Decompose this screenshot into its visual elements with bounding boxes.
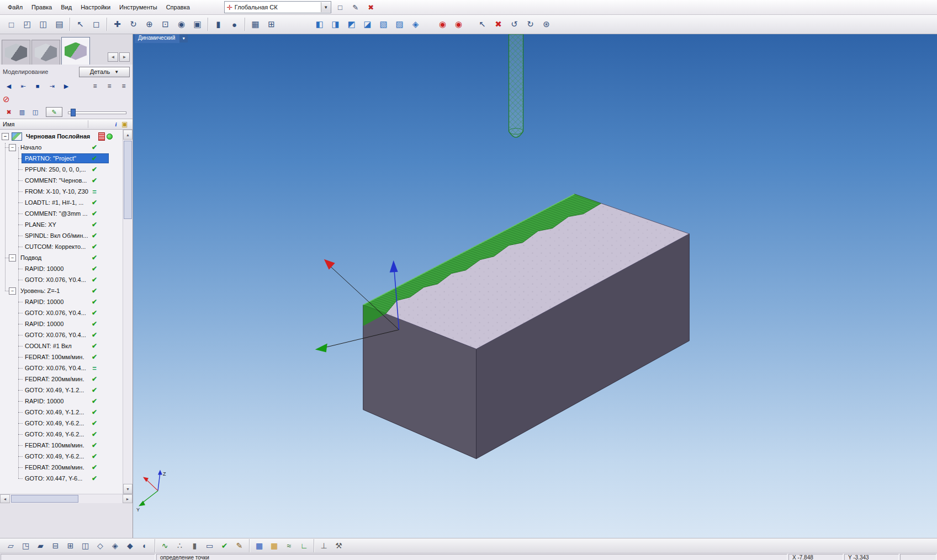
trace-list-3-button[interactable]: ≡ xyxy=(117,80,130,92)
thumbnail-tab-1[interactable] xyxy=(2,40,30,65)
thumbnail-tab-3[interactable] xyxy=(61,37,90,65)
scroll-right-icon[interactable]: ► xyxy=(123,494,133,503)
tree-row[interactable]: −Начало✔ xyxy=(0,142,123,153)
cursor-erase-button[interactable]: ↖ xyxy=(474,17,490,33)
view-cube-half-button[interactable]: ◈ xyxy=(108,539,123,553)
edit-operation-button[interactable]: ✎ xyxy=(232,539,247,553)
zoom-view-button[interactable]: ⊕ xyxy=(141,17,157,33)
viewport-3d[interactable]: Динамический ▼ xyxy=(133,34,937,538)
stock-model-tool-button[interactable]: ▭ xyxy=(202,539,217,553)
view-cube-wire-button[interactable]: ◇ xyxy=(93,539,108,553)
menu-Справка[interactable]: Справка xyxy=(162,2,194,13)
scrollbar-track[interactable] xyxy=(123,140,133,484)
tabs-scroll-left[interactable]: ◄ xyxy=(108,52,118,62)
menu-Правка[interactable]: Правка xyxy=(27,2,56,13)
tree-row[interactable]: PARTNO: "Project"✔ xyxy=(0,153,123,164)
tree-expander-icon[interactable]: − xyxy=(9,254,16,262)
zoom-window-button[interactable]: ⊡ xyxy=(157,17,173,33)
tree-row[interactable]: GOTO: X0.076, Y0.4...✔ xyxy=(0,329,123,340)
new-file-button[interactable]: □ xyxy=(3,17,19,33)
scroll-up-icon[interactable]: ▲ xyxy=(123,130,133,140)
camera-view-button[interactable]: ◉ xyxy=(173,17,189,33)
pan-view-button[interactable]: ✚ xyxy=(109,17,125,33)
scroll-left-icon[interactable]: ◄ xyxy=(0,494,10,503)
snapshot-button[interactable]: ▣ xyxy=(189,17,205,33)
spheres-tool-button[interactable]: ∴ xyxy=(172,539,187,553)
view-filter-6-button[interactable]: ▨ xyxy=(391,17,407,33)
tree-row[interactable]: GOTO: X0.49, Y-6.2...✔ xyxy=(0,418,123,429)
select-arrow-button[interactable]: ↖ xyxy=(72,17,88,33)
local-cs-button[interactable]: ∟ xyxy=(297,539,311,553)
rotate-cw-button[interactable]: ↻ xyxy=(522,17,538,33)
tree-row[interactable]: FEDRAT: 200мм/мин.✔ xyxy=(0,462,123,473)
menu-Инструменты[interactable]: Инструменты xyxy=(115,2,162,13)
scrollbar-thumb[interactable] xyxy=(124,141,132,219)
column-divider[interactable] xyxy=(88,120,88,128)
tree-expander-icon[interactable]: − xyxy=(9,287,16,295)
tree-row[interactable]: RAPID: 10000✔ xyxy=(0,296,123,307)
folder-icon[interactable]: ▣ xyxy=(120,120,130,128)
copy-trace-button[interactable]: ▥ xyxy=(16,106,28,118)
info-icon[interactable]: i xyxy=(112,121,120,127)
view-filter-2-button[interactable]: ◨ xyxy=(327,17,343,33)
stock-cylinder-button[interactable]: ▮ xyxy=(210,17,226,33)
stock-grid-button[interactable]: ⊞ xyxy=(63,539,78,553)
speed-slider[interactable] xyxy=(68,108,126,116)
trace-list-1-button[interactable]: ≡ xyxy=(88,80,102,92)
open-folder-button[interactable]: ◰ xyxy=(19,17,35,33)
table-params-button[interactable]: ▦ xyxy=(267,539,282,553)
sim-to-begin-button[interactable]: ⇤ xyxy=(17,80,30,92)
tree-row[interactable]: GOTO: X0.49, Y-1.2...✔ xyxy=(0,385,123,396)
tree-row[interactable]: GOTO: X0.49, Y-1.2...✔ xyxy=(0,407,123,418)
slider-thumb[interactable] xyxy=(71,109,76,116)
menu-Файл[interactable]: Файл xyxy=(3,2,27,13)
tree-row[interactable]: RAPID: 10000✔ xyxy=(0,263,123,274)
view-cube-shade-button[interactable]: ◐ xyxy=(137,539,152,553)
tree-row[interactable]: RAPID: 10000✔ xyxy=(0,318,123,329)
delete-trace-button[interactable]: ✖ xyxy=(3,106,15,118)
view-filter-3-button[interactable]: ◩ xyxy=(343,17,359,33)
stock-section-button[interactable]: ◫ xyxy=(78,539,93,553)
tree-row[interactable]: SPINDL: Вкл Об/мин...✔ xyxy=(0,230,123,241)
sim-step-back-button[interactable]: ◀ xyxy=(2,80,15,92)
data-table-button[interactable]: ▦ xyxy=(247,17,263,33)
tree-row[interactable]: COMMENT: "Чернов...✔ xyxy=(0,175,123,186)
tree-row[interactable]: FEDRAT: 200мм/мин.✔ xyxy=(0,374,123,385)
table-selected-button[interactable]: ▦ xyxy=(252,539,267,553)
tabs-scroll-right[interactable]: ► xyxy=(119,52,130,62)
view-filter-1-button[interactable]: ◧ xyxy=(311,17,327,33)
thumbnail-tab-2[interactable] xyxy=(31,40,60,65)
rotate-ccw-button[interactable]: ↺ xyxy=(506,17,522,33)
tree-row[interactable]: COOLNT: #1 Вкл✔ xyxy=(0,340,123,351)
tree-row[interactable]: PLANE: XY✔ xyxy=(0,219,123,230)
calculator-button[interactable]: ⊞ xyxy=(263,17,279,33)
mill-tool-button[interactable]: ⊥ xyxy=(316,539,331,553)
menu-Настройки[interactable]: Настройки xyxy=(76,2,115,13)
tree-row[interactable]: −Уровень: Z=-1✔ xyxy=(0,285,123,296)
trace-list-2-button[interactable]: ≡ xyxy=(103,80,116,92)
tree-row[interactable]: GOTO: X0.49, Y-6.2...✔ xyxy=(0,429,123,440)
tree-vertical-scrollbar[interactable]: ▲ ▼ xyxy=(123,130,133,494)
tree-row[interactable]: GOTO: X0.49, Y-6.2...✔ xyxy=(0,451,123,462)
edit-postprocessor-button[interactable]: ✎ xyxy=(349,1,362,13)
tree-row[interactable]: LOADTL: #1, H#-1, ...✔ xyxy=(0,197,123,208)
tree-row[interactable]: RAPID: 10000✔ xyxy=(0,396,123,407)
view-filter-7-button[interactable]: ◈ xyxy=(407,17,423,33)
tree-row[interactable]: GOTO: X0.076, Y0.4...✔ xyxy=(0,274,123,285)
close-red-button[interactable]: ✖ xyxy=(364,1,378,13)
tree-row[interactable]: FROM: X-10, Y-10, Z30= xyxy=(0,186,123,197)
menu-Вид[interactable]: Вид xyxy=(56,2,76,13)
sim-play-button[interactable]: ▶ xyxy=(60,80,73,92)
tree-row[interactable]: GOTO: X0.076, Y0.4...= xyxy=(0,362,123,374)
tree-row[interactable]: −Черновая Послойная xyxy=(0,131,123,142)
sim-stop-button[interactable]: ■ xyxy=(31,80,44,92)
toolpath-zigzag-button[interactable]: ≈ xyxy=(282,539,297,553)
delete-item-button[interactable]: ✖ xyxy=(490,17,506,33)
tree-row[interactable]: −Подвод✔ xyxy=(0,252,123,263)
tree-row[interactable]: COMMENT: "@3mm ...✔ xyxy=(0,208,123,219)
print-button[interactable]: ▤ xyxy=(51,17,67,33)
sim-to-end-button[interactable]: ⇥ xyxy=(45,80,59,92)
tree-row[interactable]: FEDRAT: 100мм/мин.✔ xyxy=(0,440,123,451)
scroll-down-icon[interactable]: ▼ xyxy=(123,484,133,494)
interrupt-button[interactable]: ⊘ xyxy=(3,94,10,104)
